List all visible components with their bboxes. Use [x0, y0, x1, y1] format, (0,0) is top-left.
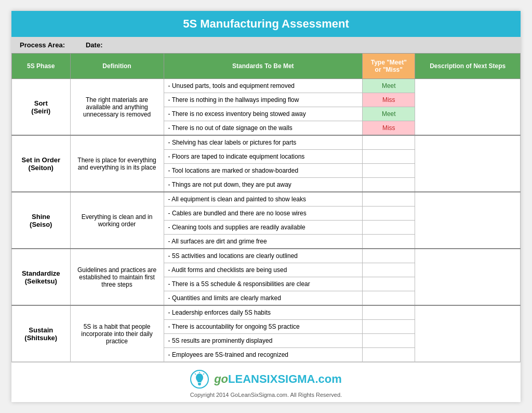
desc-cell-4[interactable] [415, 305, 521, 362]
desc-cell-0[interactable] [415, 79, 521, 136]
phase-cell-2: Shine(Seiso) [12, 192, 71, 249]
standard-cell-0-0: - Unused parts, tools and equipment remo… [164, 79, 363, 93]
meet-miss-cell-2-2[interactable] [363, 221, 415, 235]
standard-cell-0-3: - There is no out of date signage on the… [164, 121, 363, 136]
meet-miss-cell-4-0[interactable] [363, 305, 415, 320]
footer-logo: goLEANSIXSIGMA.com [16, 370, 516, 389]
svg-line-6 [195, 373, 196, 375]
definition-cell-3: Guidelines and practices are established… [70, 249, 164, 305]
meet-miss-cell-3-2[interactable] [363, 277, 415, 291]
meet-miss-cell-2-1[interactable] [363, 206, 415, 221]
logo-go: go [214, 372, 228, 385]
phase-cell-3: Standardize(Seiketsu) [12, 249, 71, 305]
standard-cell-4-2: - 5S results are prominently displayed [164, 334, 363, 348]
meet-miss-cell-0-3[interactable]: Miss [363, 121, 415, 136]
meet-miss-cell-2-3[interactable] [363, 235, 415, 249]
phase-cell-0: Sort(Seiri) [12, 79, 71, 136]
definition-cell-4: 5S is a habit that people incorporate in… [70, 305, 164, 362]
table-row: Shine(Seiso)Everything is clean and in w… [12, 192, 521, 206]
meet-miss-cell-4-3[interactable] [363, 348, 415, 362]
logo-text: goLEANSIXSIGMA.com [214, 372, 342, 386]
bulb-icon [190, 370, 209, 389]
desc-cell-2[interactable] [415, 192, 521, 249]
col-header-definition: Definition [70, 54, 164, 79]
standard-cell-3-0: - 5S activities and locations are clearl… [164, 249, 363, 263]
col-header-phase: 5S Phase [12, 54, 71, 79]
col-header-type: Type "Meet" or "Miss" [363, 54, 415, 79]
standard-cell-2-3: - All surfaces are dirt and grime free [164, 235, 363, 249]
definition-cell-1: There is place for everything and everyt… [70, 135, 164, 192]
standard-cell-3-3: - Quantities and limits are clearly mark… [164, 291, 363, 306]
footer-copyright: Copyright 2014 GoLeanSixSigma.com. All R… [16, 392, 516, 398]
definition-cell-2: Everything is clean and in working order [70, 192, 164, 249]
svg-rect-2 [197, 381, 202, 382]
table-row: Sustain(Shitsuke)5S is a habit that peop… [12, 305, 521, 320]
process-area-label: Process Area: [20, 41, 65, 49]
phase-cell-1: Set in Order(Seiton) [12, 135, 71, 192]
standard-cell-2-2: - Cleaning tools and supplies are readil… [164, 221, 363, 235]
desc-cell-1[interactable] [415, 135, 521, 192]
meta-row: Process Area: Date: [11, 37, 521, 53]
meet-miss-cell-0-1[interactable]: Miss [363, 93, 415, 107]
logo-com: .com [315, 372, 342, 385]
meet-miss-cell-1-1[interactable] [363, 150, 415, 164]
meet-miss-cell-4-1[interactable] [363, 320, 415, 334]
main-title: 5S Manufacturing Assessment [11, 11, 521, 37]
standard-cell-2-1: - Cables are bundled and there are no lo… [164, 206, 363, 221]
meet-miss-cell-0-0[interactable]: Meet [363, 79, 415, 93]
standard-cell-1-1: - Floors are taped to indicate equipment… [164, 150, 363, 164]
table-row: Set in Order(Seiton)There is place for e… [12, 135, 521, 150]
meet-miss-cell-1-3[interactable] [363, 178, 415, 192]
logo-lean: LEANSIXSIGMA [228, 372, 315, 385]
standard-cell-1-2: - Tool locations are marked or shadow-bo… [164, 164, 363, 178]
standard-cell-1-0: - Shelving has clear labels or pictures … [164, 135, 363, 150]
standard-cell-0-2: - There is no excess inventory being sto… [164, 107, 363, 121]
meet-miss-cell-3-1[interactable] [363, 263, 415, 277]
standard-cell-4-1: - There is accountability for ongoing 5S… [164, 320, 363, 334]
meet-miss-cell-4-2[interactable] [363, 334, 415, 348]
svg-rect-3 [198, 383, 201, 384]
standard-cell-2-0: - All equipment is clean and painted to … [164, 192, 363, 206]
standard-cell-3-2: - There is a 5S schedule & responsibilit… [164, 277, 363, 291]
standard-cell-0-1: - There is nothing in the hallways imped… [164, 93, 363, 107]
date-label: Date: [86, 41, 103, 49]
meet-miss-cell-0-2[interactable]: Meet [363, 107, 415, 121]
page-wrapper: 5S Manufacturing Assessment Process Area… [11, 11, 521, 402]
footer: goLEANSIXSIGMA.com Copyright 2014 GoLean… [11, 362, 521, 402]
table-row: Standardize(Seiketsu)Guidelines and prac… [12, 249, 521, 263]
definition-cell-0: The right materials are available and an… [70, 79, 164, 136]
assessment-table: 5S Phase Definition Standards To Be Met … [11, 53, 521, 362]
meet-miss-cell-2-0[interactable] [363, 192, 415, 206]
meet-miss-cell-1-0[interactable] [363, 135, 415, 150]
meet-miss-cell-3-3[interactable] [363, 291, 415, 306]
svg-line-5 [203, 373, 204, 375]
standard-cell-4-0: - Leadership enforces daily 5S habits [164, 305, 363, 320]
meet-miss-cell-1-2[interactable] [363, 164, 415, 178]
table-row: Sort(Seiri)The right materials are avail… [12, 79, 521, 93]
standard-cell-1-3: - Things are not put down, they are put … [164, 178, 363, 192]
standard-cell-4-3: - Employees are 5S-trained and recognize… [164, 348, 363, 362]
col-header-description: Description of Next Steps [415, 54, 521, 79]
phase-cell-4: Sustain(Shitsuke) [12, 305, 71, 362]
meet-miss-cell-3-0[interactable] [363, 249, 415, 263]
desc-cell-3[interactable] [415, 249, 521, 305]
standard-cell-3-1: - Audit forms and checklists are being u… [164, 263, 363, 277]
col-header-standards: Standards To Be Met [164, 54, 363, 79]
svg-point-1 [196, 373, 203, 382]
